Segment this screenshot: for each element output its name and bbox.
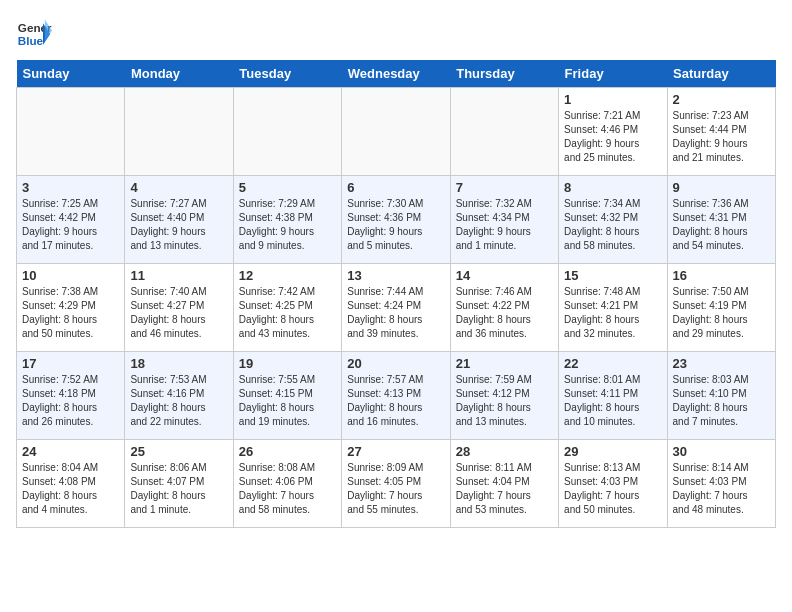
day-info: Sunrise: 7:50 AM Sunset: 4:19 PM Dayligh… — [673, 285, 770, 341]
calendar-cell: 17Sunrise: 7:52 AM Sunset: 4:18 PM Dayli… — [17, 352, 125, 440]
calendar-cell: 1Sunrise: 7:21 AM Sunset: 4:46 PM Daylig… — [559, 88, 667, 176]
calendar-cell: 21Sunrise: 7:59 AM Sunset: 4:12 PM Dayli… — [450, 352, 558, 440]
day-number: 29 — [564, 444, 661, 459]
calendar-cell: 22Sunrise: 8:01 AM Sunset: 4:11 PM Dayli… — [559, 352, 667, 440]
day-info: Sunrise: 8:08 AM Sunset: 4:06 PM Dayligh… — [239, 461, 336, 517]
day-number: 23 — [673, 356, 770, 371]
header-monday: Monday — [125, 60, 233, 88]
day-info: Sunrise: 7:53 AM Sunset: 4:16 PM Dayligh… — [130, 373, 227, 429]
logo-icon: General Blue — [16, 16, 52, 52]
calendar-cell — [125, 88, 233, 176]
header-thursday: Thursday — [450, 60, 558, 88]
day-number: 13 — [347, 268, 444, 283]
calendar-cell: 28Sunrise: 8:11 AM Sunset: 4:04 PM Dayli… — [450, 440, 558, 528]
day-info: Sunrise: 7:42 AM Sunset: 4:25 PM Dayligh… — [239, 285, 336, 341]
calendar-cell: 29Sunrise: 8:13 AM Sunset: 4:03 PM Dayli… — [559, 440, 667, 528]
day-number: 12 — [239, 268, 336, 283]
calendar-cell: 12Sunrise: 7:42 AM Sunset: 4:25 PM Dayli… — [233, 264, 341, 352]
day-number: 9 — [673, 180, 770, 195]
calendar-cell — [342, 88, 450, 176]
day-info: Sunrise: 7:55 AM Sunset: 4:15 PM Dayligh… — [239, 373, 336, 429]
calendar-week-3: 10Sunrise: 7:38 AM Sunset: 4:29 PM Dayli… — [17, 264, 776, 352]
day-number: 27 — [347, 444, 444, 459]
calendar-week-2: 3Sunrise: 7:25 AM Sunset: 4:42 PM Daylig… — [17, 176, 776, 264]
header-sunday: Sunday — [17, 60, 125, 88]
day-number: 3 — [22, 180, 119, 195]
day-number: 4 — [130, 180, 227, 195]
calendar-cell: 8Sunrise: 7:34 AM Sunset: 4:32 PM Daylig… — [559, 176, 667, 264]
calendar-cell: 9Sunrise: 7:36 AM Sunset: 4:31 PM Daylig… — [667, 176, 775, 264]
day-number: 25 — [130, 444, 227, 459]
day-info: Sunrise: 7:40 AM Sunset: 4:27 PM Dayligh… — [130, 285, 227, 341]
day-number: 8 — [564, 180, 661, 195]
day-number: 19 — [239, 356, 336, 371]
day-info: Sunrise: 8:04 AM Sunset: 4:08 PM Dayligh… — [22, 461, 119, 517]
day-info: Sunrise: 7:44 AM Sunset: 4:24 PM Dayligh… — [347, 285, 444, 341]
svg-text:Blue: Blue — [18, 34, 44, 47]
calendar-cell: 11Sunrise: 7:40 AM Sunset: 4:27 PM Dayli… — [125, 264, 233, 352]
day-number: 30 — [673, 444, 770, 459]
calendar-cell: 4Sunrise: 7:27 AM Sunset: 4:40 PM Daylig… — [125, 176, 233, 264]
calendar-cell: 2Sunrise: 7:23 AM Sunset: 4:44 PM Daylig… — [667, 88, 775, 176]
day-info: Sunrise: 7:38 AM Sunset: 4:29 PM Dayligh… — [22, 285, 119, 341]
calendar-cell: 13Sunrise: 7:44 AM Sunset: 4:24 PM Dayli… — [342, 264, 450, 352]
day-number: 26 — [239, 444, 336, 459]
calendar-cell: 30Sunrise: 8:14 AM Sunset: 4:03 PM Dayli… — [667, 440, 775, 528]
day-number: 2 — [673, 92, 770, 107]
calendar-cell: 25Sunrise: 8:06 AM Sunset: 4:07 PM Dayli… — [125, 440, 233, 528]
calendar-week-4: 17Sunrise: 7:52 AM Sunset: 4:18 PM Dayli… — [17, 352, 776, 440]
day-info: Sunrise: 8:06 AM Sunset: 4:07 PM Dayligh… — [130, 461, 227, 517]
day-number: 21 — [456, 356, 553, 371]
calendar-cell: 24Sunrise: 8:04 AM Sunset: 4:08 PM Dayli… — [17, 440, 125, 528]
calendar-cell: 6Sunrise: 7:30 AM Sunset: 4:36 PM Daylig… — [342, 176, 450, 264]
day-number: 17 — [22, 356, 119, 371]
day-info: Sunrise: 7:48 AM Sunset: 4:21 PM Dayligh… — [564, 285, 661, 341]
calendar-cell: 3Sunrise: 7:25 AM Sunset: 4:42 PM Daylig… — [17, 176, 125, 264]
calendar-cell: 23Sunrise: 8:03 AM Sunset: 4:10 PM Dayli… — [667, 352, 775, 440]
day-info: Sunrise: 7:30 AM Sunset: 4:36 PM Dayligh… — [347, 197, 444, 253]
calendar-cell: 27Sunrise: 8:09 AM Sunset: 4:05 PM Dayli… — [342, 440, 450, 528]
day-number: 14 — [456, 268, 553, 283]
day-info: Sunrise: 7:34 AM Sunset: 4:32 PM Dayligh… — [564, 197, 661, 253]
day-info: Sunrise: 7:29 AM Sunset: 4:38 PM Dayligh… — [239, 197, 336, 253]
calendar-week-5: 24Sunrise: 8:04 AM Sunset: 4:08 PM Dayli… — [17, 440, 776, 528]
calendar-cell — [233, 88, 341, 176]
day-info: Sunrise: 7:57 AM Sunset: 4:13 PM Dayligh… — [347, 373, 444, 429]
day-info: Sunrise: 8:09 AM Sunset: 4:05 PM Dayligh… — [347, 461, 444, 517]
header: General Blue — [16, 16, 776, 52]
day-info: Sunrise: 7:21 AM Sunset: 4:46 PM Dayligh… — [564, 109, 661, 165]
header-tuesday: Tuesday — [233, 60, 341, 88]
day-number: 20 — [347, 356, 444, 371]
day-number: 18 — [130, 356, 227, 371]
calendar-cell — [450, 88, 558, 176]
day-info: Sunrise: 7:25 AM Sunset: 4:42 PM Dayligh… — [22, 197, 119, 253]
calendar-week-1: 1Sunrise: 7:21 AM Sunset: 4:46 PM Daylig… — [17, 88, 776, 176]
calendar-cell: 20Sunrise: 7:57 AM Sunset: 4:13 PM Dayli… — [342, 352, 450, 440]
day-info: Sunrise: 7:27 AM Sunset: 4:40 PM Dayligh… — [130, 197, 227, 253]
day-info: Sunrise: 8:01 AM Sunset: 4:11 PM Dayligh… — [564, 373, 661, 429]
day-number: 6 — [347, 180, 444, 195]
day-number: 15 — [564, 268, 661, 283]
day-number: 10 — [22, 268, 119, 283]
calendar-table: SundayMondayTuesdayWednesdayThursdayFrid… — [16, 60, 776, 528]
day-info: Sunrise: 8:11 AM Sunset: 4:04 PM Dayligh… — [456, 461, 553, 517]
calendar-cell: 16Sunrise: 7:50 AM Sunset: 4:19 PM Dayli… — [667, 264, 775, 352]
day-info: Sunrise: 7:32 AM Sunset: 4:34 PM Dayligh… — [456, 197, 553, 253]
calendar-cell: 5Sunrise: 7:29 AM Sunset: 4:38 PM Daylig… — [233, 176, 341, 264]
calendar-cell: 10Sunrise: 7:38 AM Sunset: 4:29 PM Dayli… — [17, 264, 125, 352]
day-info: Sunrise: 8:03 AM Sunset: 4:10 PM Dayligh… — [673, 373, 770, 429]
day-number: 28 — [456, 444, 553, 459]
day-info: Sunrise: 7:23 AM Sunset: 4:44 PM Dayligh… — [673, 109, 770, 165]
day-info: Sunrise: 8:13 AM Sunset: 4:03 PM Dayligh… — [564, 461, 661, 517]
logo: General Blue — [16, 16, 52, 52]
day-number: 7 — [456, 180, 553, 195]
header-saturday: Saturday — [667, 60, 775, 88]
calendar-cell: 14Sunrise: 7:46 AM Sunset: 4:22 PM Dayli… — [450, 264, 558, 352]
day-info: Sunrise: 8:14 AM Sunset: 4:03 PM Dayligh… — [673, 461, 770, 517]
calendar-cell: 7Sunrise: 7:32 AM Sunset: 4:34 PM Daylig… — [450, 176, 558, 264]
day-number: 22 — [564, 356, 661, 371]
calendar-cell: 15Sunrise: 7:48 AM Sunset: 4:21 PM Dayli… — [559, 264, 667, 352]
day-number: 5 — [239, 180, 336, 195]
day-info: Sunrise: 7:36 AM Sunset: 4:31 PM Dayligh… — [673, 197, 770, 253]
day-info: Sunrise: 7:52 AM Sunset: 4:18 PM Dayligh… — [22, 373, 119, 429]
